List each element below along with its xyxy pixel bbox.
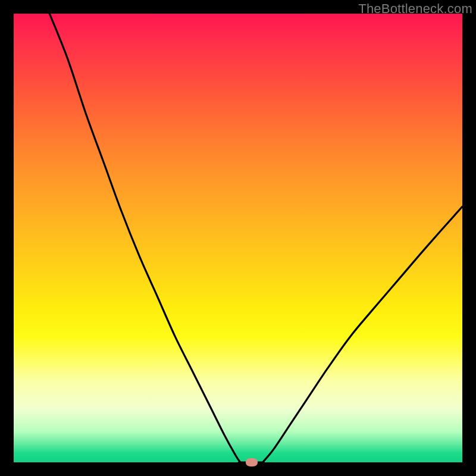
bottleneck-marker-icon bbox=[246, 458, 258, 466]
bottleneck-curve bbox=[14, 14, 462, 462]
plot-area bbox=[14, 14, 462, 462]
chart-frame: TheBottleneck.com bbox=[0, 0, 476, 476]
watermark-text: TheBottleneck.com bbox=[358, 1, 472, 17]
